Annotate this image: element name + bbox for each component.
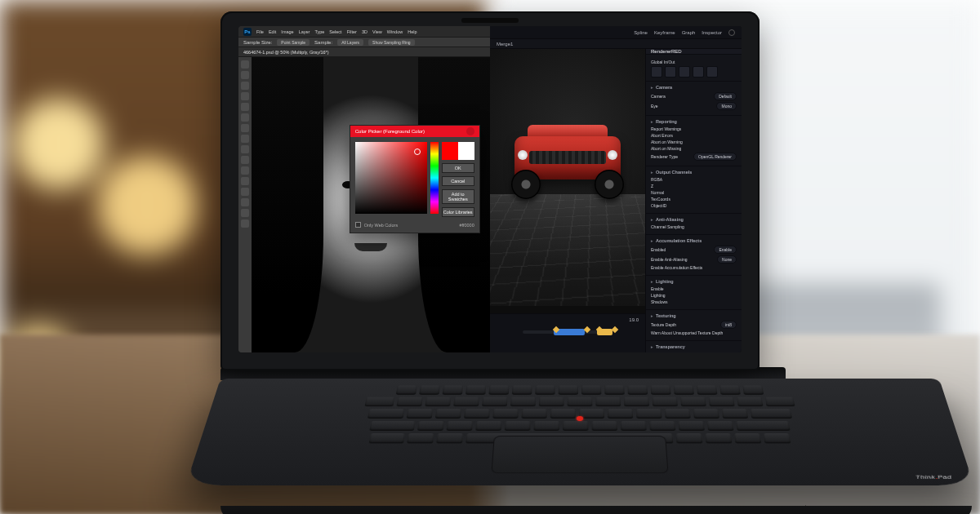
trackpoint-icon[interactable] [577, 416, 583, 421]
marquee-tool-icon[interactable] [241, 71, 249, 79]
menu-filter[interactable]: Filter [347, 29, 357, 34]
keyboard-key[interactable] [512, 385, 532, 394]
inspector-row[interactable]: EnabledEnable [651, 246, 737, 254]
keyboard-key[interactable] [407, 433, 434, 443]
inspector-row[interactable]: Lighting [651, 293, 737, 298]
section-title[interactable]: Reporting [651, 119, 737, 124]
tab-graph[interactable]: Graph [682, 30, 696, 35]
only-web-colors-checkbox[interactable] [355, 222, 361, 228]
inspector-row[interactable]: EyeMono [651, 102, 737, 110]
keyboard-key[interactable] [563, 421, 588, 431]
menu-image[interactable]: Image [281, 29, 293, 34]
ps-document-tab[interactable]: 4664674-1.psd @ 50% (Multiply, Gray/16*) [238, 47, 490, 57]
keyboard-key[interactable] [737, 397, 763, 407]
keyboard-key[interactable] [705, 433, 732, 443]
inspector-row[interactable]: Z [651, 184, 737, 188]
color-picker-titlebar[interactable]: Color Picker (Foreground Color) [350, 126, 479, 137]
move-tool-icon[interactable] [241, 60, 249, 69]
inspector-row[interactable]: Warn About Unsupported Texture Depth [651, 330, 737, 335]
inspector-row[interactable]: Abort on Missing [651, 146, 737, 151]
keyboard-key[interactable] [535, 385, 555, 394]
row-value[interactable]: Default [714, 92, 737, 100]
zoom-tool-icon[interactable] [241, 209, 249, 217]
keyboard-key[interactable] [652, 397, 678, 407]
laptop-keyboard[interactable] [252, 385, 909, 443]
section-title[interactable]: Texturing [651, 313, 737, 318]
keyboard-key[interactable] [492, 409, 519, 419]
section-title[interactable]: Accumulation Effects [651, 238, 737, 243]
thumb-icon[interactable] [679, 66, 690, 78]
keyboard-key[interactable] [533, 421, 559, 431]
gradient-tool-icon[interactable] [241, 156, 249, 164]
keyboard-key[interactable] [425, 397, 451, 407]
keyboard-key[interactable] [636, 409, 662, 419]
inspector-row[interactable]: Renderer TypeOpenGL Renderer [651, 153, 737, 161]
menu-file[interactable]: File [256, 29, 264, 34]
keyboard-key[interactable] [707, 421, 734, 431]
foreground-swatch-icon[interactable] [241, 219, 249, 228]
opts-show-ring-button[interactable]: Show Sampling Ring [368, 39, 414, 46]
gear-icon[interactable] [728, 29, 735, 36]
keyboard-key[interactable] [396, 385, 417, 394]
brush-tool-icon[interactable] [241, 124, 249, 132]
add-swatches-button[interactable]: Add to Swatches [442, 189, 474, 204]
keyboard-key[interactable] [407, 409, 434, 419]
crop-tool-icon[interactable] [241, 103, 249, 111]
color-picker-dialog[interactable]: Color Picker (Foreground Color) [350, 125, 480, 233]
keyboard-key[interactable] [736, 421, 791, 431]
hex-field[interactable]: #ff0000 [459, 223, 474, 228]
thumb-icon[interactable] [665, 66, 676, 78]
keyboard-key[interactable] [559, 385, 578, 394]
ps-menubar[interactable]: Ps File Edit Image Layer Type Select Fil… [238, 26, 490, 38]
inspector-row[interactable]: Abort Errors [651, 133, 737, 138]
eyedropper-tool-icon[interactable] [241, 113, 249, 122]
keyboard-key[interactable] [751, 409, 793, 419]
section-title[interactable]: Output Channels [651, 170, 737, 175]
keyboard-key[interactable] [604, 385, 625, 394]
inspector-row[interactable]: Channel Sampling [651, 224, 737, 229]
keyboard-key[interactable] [742, 385, 764, 394]
tab-spline[interactable]: Spline [634, 30, 648, 35]
keyboard-key[interactable] [475, 421, 501, 431]
keyboard-key[interactable] [435, 409, 461, 419]
menu-type[interactable]: Type [314, 29, 324, 34]
td-document-tab[interactable]: Merge1 [490, 39, 742, 49]
keyboard-key[interactable] [697, 385, 718, 394]
color-field-cursor-icon[interactable] [414, 148, 421, 155]
text-tool-icon[interactable] [241, 177, 249, 185]
opts-sample-value[interactable]: All Layers [337, 39, 363, 46]
inspector-row[interactable]: ObjectID [651, 203, 737, 208]
laptop-trackpad[interactable] [491, 436, 668, 473]
menu-select[interactable]: Select [329, 29, 341, 34]
menu-view[interactable]: View [372, 29, 382, 34]
section-title[interactable]: Camera [651, 85, 737, 90]
inspector-row[interactable]: Abort on Warning [651, 140, 737, 144]
keyboard-key[interactable] [488, 385, 509, 394]
keyboard-key[interactable] [436, 433, 463, 443]
keyboard-key[interactable] [676, 433, 703, 443]
keyboard-key[interactable] [765, 397, 795, 407]
menu-3d[interactable]: 3D [362, 29, 368, 34]
tab-inspector[interactable]: Inspector [702, 30, 722, 35]
row-value[interactable]: int8 [720, 321, 737, 329]
eraser-tool-icon[interactable] [241, 145, 249, 153]
keyboard-key[interactable] [369, 433, 405, 443]
keyboard-key[interactable] [608, 409, 633, 419]
lasso-tool-icon[interactable] [241, 82, 249, 90]
inspector-row[interactable]: RGBA [651, 177, 737, 182]
keyboard-key[interactable] [443, 385, 464, 394]
keyboard-key[interactable] [592, 421, 618, 431]
keyboard-key[interactable] [464, 409, 490, 419]
inspector-row[interactable]: TexCoords [651, 197, 737, 202]
ps-canvas[interactable]: Color Picker (Foreground Color) [252, 57, 490, 352]
keyboard-key[interactable] [595, 397, 621, 407]
keyboard-key[interactable] [665, 409, 691, 419]
keyboard-key[interactable] [510, 397, 536, 407]
close-icon[interactable] [466, 127, 474, 135]
keyboard-key[interactable] [417, 421, 444, 431]
inspector-row[interactable]: Shadows [651, 299, 737, 304]
keyboard-key[interactable] [581, 385, 601, 394]
keyboard-key[interactable] [505, 421, 531, 431]
row-value[interactable]: Enable [714, 246, 737, 254]
keyboard-key[interactable] [680, 397, 706, 407]
